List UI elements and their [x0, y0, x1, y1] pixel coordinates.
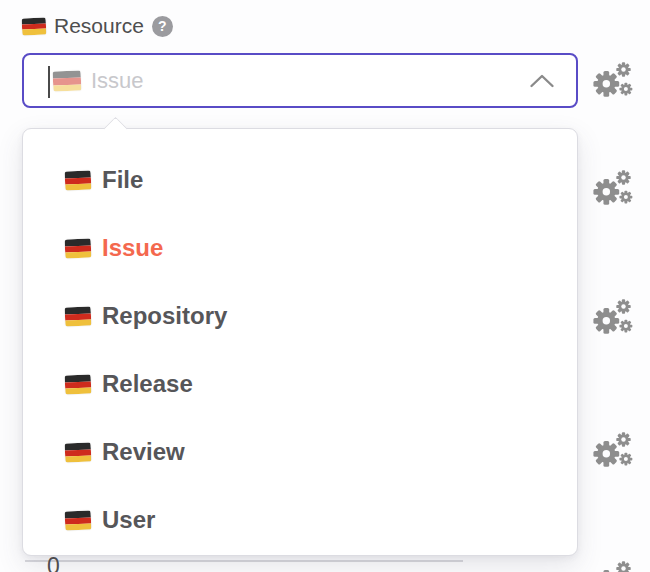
- combobox-placeholder: Issue: [53, 68, 144, 94]
- option-release[interactable]: Release: [23, 350, 577, 418]
- divider: [25, 560, 463, 562]
- help-icon[interactable]: ?: [152, 16, 173, 37]
- option-label: User: [102, 506, 155, 534]
- settings-gears-button[interactable]: [592, 296, 634, 338]
- resource-dropdown-listbox: File Issue Repository Release Review Use…: [22, 128, 578, 556]
- option-label: Issue: [102, 234, 163, 262]
- settings-gears-button[interactable]: [592, 167, 634, 209]
- option-file[interactable]: File: [23, 146, 577, 214]
- chevron-up-icon[interactable]: [528, 72, 556, 89]
- german-flag-icon: [65, 306, 92, 326]
- option-label: File: [102, 166, 143, 194]
- partial-background-text: 0: [47, 554, 60, 572]
- option-issue[interactable]: Issue: [23, 214, 577, 282]
- field-label: Resource: [54, 14, 144, 38]
- dropdown-notch: [103, 116, 127, 140]
- settings-gears-button[interactable]: [592, 558, 634, 572]
- option-review[interactable]: Review: [23, 418, 577, 486]
- text-cursor: [48, 66, 50, 98]
- settings-gears-button[interactable]: [592, 429, 634, 471]
- option-label: Repository: [102, 302, 227, 330]
- gears-icon: [593, 561, 632, 572]
- gears-icon: [593, 432, 632, 466]
- option-label: Review: [102, 438, 185, 466]
- german-flag-icon: [65, 510, 92, 530]
- german-flag-icon: [22, 17, 47, 35]
- placeholder-text: Issue: [91, 68, 144, 94]
- gears-icon: [593, 170, 632, 204]
- option-user[interactable]: User: [23, 486, 577, 554]
- field-label-row: Resource ?: [22, 14, 173, 38]
- option-label: Release: [102, 370, 193, 398]
- german-flag-icon: [65, 374, 92, 394]
- resource-field-panel: Resource ? Issue 0: [0, 0, 650, 572]
- settings-gears-button[interactable]: [592, 59, 634, 101]
- german-flag-icon: [65, 238, 92, 258]
- german-flag-icon: [65, 442, 92, 462]
- german-flag-icon: [65, 170, 92, 190]
- resource-combobox[interactable]: Issue: [22, 53, 578, 108]
- gears-icon: [593, 299, 632, 333]
- option-repository[interactable]: Repository: [23, 282, 577, 350]
- gears-icon: [593, 62, 632, 96]
- german-flag-icon: [53, 70, 82, 91]
